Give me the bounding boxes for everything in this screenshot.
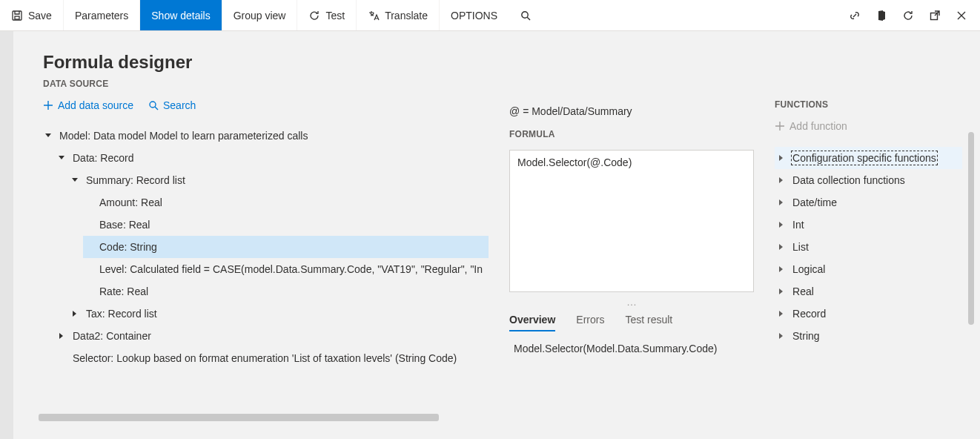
svg-rect-0: [13, 11, 21, 20]
data-source-label: DATA SOURCE: [43, 79, 489, 89]
refresh-icon: [308, 10, 320, 22]
left-rail: [0, 31, 13, 439]
test-button[interactable]: Test: [297, 0, 357, 30]
expand-icon[interactable]: [778, 332, 785, 340]
toolbar: Save Parameters Show details Group view …: [0, 0, 980, 31]
collapse-icon[interactable]: [43, 131, 53, 141]
save-icon: [11, 10, 23, 22]
translate-icon: [368, 10, 380, 22]
ds-search-label: Search: [163, 99, 196, 111]
tab-errors[interactable]: Errors: [576, 314, 604, 331]
tab-overview[interactable]: Overview: [509, 314, 555, 331]
formula-panel: @ = Model/Data/Summary FORMULA … Overvie…: [509, 79, 754, 354]
test-label: Test: [325, 10, 345, 22]
tab-test-result[interactable]: Test result: [625, 314, 672, 331]
link-icon[interactable]: [848, 9, 861, 22]
toolbar-search-button[interactable]: [509, 0, 543, 30]
formula-tabs: Overview Errors Test result: [509, 314, 754, 332]
save-button[interactable]: Save: [0, 0, 64, 30]
close-icon[interactable]: [955, 9, 968, 22]
translate-label: Translate: [385, 10, 428, 22]
expand-icon[interactable]: [778, 243, 785, 251]
tree-node-data2[interactable]: Data2: Container: [56, 325, 489, 347]
expand-icon[interactable]: [778, 199, 785, 206]
fn-item-record[interactable]: Record: [775, 303, 962, 325]
fn-item-list[interactable]: List: [775, 236, 962, 258]
svg-point-4: [150, 102, 156, 108]
translate-button[interactable]: Translate: [357, 0, 440, 30]
tree-node-model[interactable]: Model: Data model Model to learn paramet…: [43, 125, 489, 147]
expand-icon[interactable]: [778, 310, 785, 317]
parameters-label: Parameters: [75, 10, 128, 22]
fn-item-logical[interactable]: Logical: [775, 258, 962, 280]
ds-search-button[interactable]: Search: [148, 99, 196, 111]
formula-label: FORMULA: [509, 129, 754, 139]
show-details-label: Show details: [151, 10, 210, 22]
add-data-source-button[interactable]: Add data source: [43, 99, 133, 111]
formula-input[interactable]: [509, 150, 754, 292]
resize-handle[interactable]: …: [509, 296, 754, 308]
resolved-formula: Model.Selector(Model.Data.Summary.Code): [509, 343, 754, 354]
tree-node-selector[interactable]: Selector: Lookup based on format enumera…: [56, 347, 489, 369]
functions-panel: FUNCTIONS Add function Configuration spe…: [775, 79, 962, 347]
vertical-scrollbar[interactable]: [968, 132, 974, 325]
fn-item-data-collection[interactable]: Data collection functions: [775, 169, 962, 191]
binding-path: @ = Model/Data/Summary: [509, 105, 754, 117]
office-icon[interactable]: [875, 9, 888, 22]
expand-icon[interactable]: [778, 221, 785, 228]
add-data-source-label: Add data source: [58, 99, 133, 111]
tree-node-base[interactable]: Base: Real: [83, 214, 489, 236]
fn-item-configuration-specific[interactable]: Configuration specific functions: [775, 147, 962, 169]
data-source-tree: Model: Data model Model to learn paramet…: [43, 125, 489, 369]
add-function-button[interactable]: Add function: [775, 120, 847, 132]
group-view-label: Group view: [234, 10, 286, 22]
add-function-label: Add function: [789, 120, 847, 132]
parameters-button[interactable]: Parameters: [64, 0, 140, 30]
options-button[interactable]: OPTIONS: [440, 0, 509, 30]
svg-rect-1: [15, 16, 19, 19]
expand-icon[interactable]: [778, 154, 785, 162]
tree-node-summary[interactable]: Summary: Record list: [70, 169, 489, 191]
search-icon: [520, 10, 532, 22]
tree-node-rate[interactable]: Rate: Real: [83, 280, 489, 303]
horizontal-scrollbar[interactable]: [39, 414, 439, 421]
popout-icon[interactable]: [928, 9, 941, 22]
tree-node-data[interactable]: Data: Record: [56, 147, 489, 169]
data-source-panel: DATA SOURCE Add data source Search: [43, 79, 489, 421]
group-view-button[interactable]: Group view: [222, 0, 298, 30]
svg-point-2: [522, 11, 528, 17]
tree-node-amount[interactable]: Amount: Real: [83, 191, 489, 214]
tree-node-level[interactable]: Level: Calculated field = CASE(model.Dat…: [83, 258, 489, 280]
collapse-icon[interactable]: [56, 153, 67, 163]
expand-icon[interactable]: [778, 265, 785, 273]
functions-list: Configuration specific functions Data co…: [775, 147, 962, 347]
page-title: Formula designer: [43, 52, 962, 73]
fn-item-string[interactable]: String: [775, 325, 962, 347]
expand-icon[interactable]: [56, 331, 67, 341]
tree-node-tax[interactable]: Tax: Record list: [70, 303, 489, 325]
expand-icon[interactable]: [778, 176, 785, 184]
fn-item-real[interactable]: Real: [775, 280, 962, 303]
expand-icon[interactable]: [778, 288, 785, 295]
collapse-icon[interactable]: [70, 175, 80, 185]
expand-icon[interactable]: [70, 308, 80, 319]
tree-node-code[interactable]: Code: String: [83, 236, 489, 258]
options-label: OPTIONS: [451, 10, 497, 22]
fn-item-int[interactable]: Int: [775, 214, 962, 236]
show-details-button[interactable]: Show details: [140, 0, 222, 30]
save-label: Save: [28, 10, 52, 22]
fn-item-datetime[interactable]: Date/time: [775, 191, 962, 214]
functions-label: FUNCTIONS: [775, 99, 962, 110]
reload-icon[interactable]: [901, 9, 915, 22]
